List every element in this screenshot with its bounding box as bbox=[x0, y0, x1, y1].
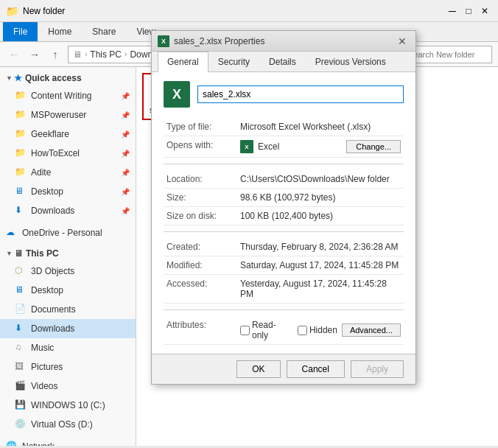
type-row: Type of file: Microsoft Excel Worksheet … bbox=[164, 118, 404, 136]
hidden-checkbox[interactable] bbox=[298, 326, 307, 335]
this-pc-label: This PC bbox=[26, 248, 59, 259]
hidden-label: Hidden bbox=[309, 325, 337, 335]
folder-icon: 📁 bbox=[15, 109, 27, 121]
sidebar-item-downloads-qa[interactable]: ⬇ Downloads 📌 bbox=[0, 201, 136, 220]
sidebar: ▼ ★ Quick access 📁 Content Writing 📌 📁 M… bbox=[0, 67, 136, 446]
sidebar-item-label: Music bbox=[31, 343, 54, 353]
accessed-row: Accessed: Yesterday, August 17, 2024, 11… bbox=[164, 275, 404, 304]
created-value: Thursday, February 8, 2024, 2:36:28 AM bbox=[237, 238, 404, 256]
onedrive-icon: ☁ bbox=[6, 227, 18, 239]
location-row: Location: C:\Users\CtOS\Downloads\New fo… bbox=[164, 170, 404, 189]
forward-button[interactable]: → bbox=[27, 46, 43, 63]
folder-icon: 📁 bbox=[6, 5, 18, 17]
opens-with-label: Opens with: bbox=[164, 136, 237, 158]
sidebar-item-label: OneDrive - Personal bbox=[22, 228, 102, 238]
desktop-icon: 🖥 bbox=[15, 186, 27, 197]
sidebar-item-desktop-qa[interactable]: 🖥 Desktop 📌 bbox=[0, 182, 136, 201]
apply-button[interactable]: Apply bbox=[351, 360, 404, 378]
documents-icon: 📄 bbox=[15, 304, 27, 315]
sidebar-item-network[interactable]: 🌐 Network bbox=[0, 437, 136, 446]
change-button[interactable]: Change... bbox=[346, 140, 401, 153]
attributes-controls: Read-only Hidden Advanced... bbox=[240, 320, 401, 340]
sidebar-item-label: HowToExcel bbox=[31, 148, 80, 158]
created-label: Created: bbox=[164, 238, 237, 256]
dates-table: Created: Thursday, February 8, 2024, 2:3… bbox=[164, 238, 404, 304]
dialog-title-text: sales_2.xlsx Properties bbox=[174, 36, 395, 46]
quick-access-section: ▼ ★ Quick access 📁 Content Writing 📌 📁 M… bbox=[0, 70, 136, 220]
quick-access-header[interactable]: ▼ ★ Quick access bbox=[0, 70, 136, 86]
tab-home[interactable]: Home bbox=[38, 22, 82, 41]
sidebar-item-label: Network bbox=[22, 441, 55, 446]
tab-share[interactable]: Share bbox=[82, 22, 126, 41]
sidebar-item-documents[interactable]: 📄 Documents bbox=[0, 300, 136, 319]
sidebar-item-virtual-os[interactable]: 💿 Virtual OSs (D:) bbox=[0, 415, 136, 434]
tab-details[interactable]: Details bbox=[259, 52, 306, 72]
network-section: 🌐 Network bbox=[0, 437, 136, 446]
downloads-icon: ⬇ bbox=[15, 323, 27, 335]
sidebar-item-pictures[interactable]: 🖼 Pictures bbox=[0, 357, 136, 377]
dialog-tabs: General Security Details Previous Versio… bbox=[152, 52, 415, 72]
file-name-input[interactable] bbox=[197, 85, 404, 103]
pin-icon: 📌 bbox=[121, 150, 130, 158]
videos-icon: 🎬 bbox=[15, 380, 27, 392]
opens-with-row: Opens with: X Excel Change... bbox=[164, 136, 404, 158]
sidebar-item-music[interactable]: ♫ Music bbox=[0, 338, 136, 357]
this-pc-header[interactable]: ▼ 🖥 This PC bbox=[0, 245, 136, 262]
sidebar-item-videos[interactable]: 🎬 Videos bbox=[0, 377, 136, 396]
tab-general[interactable]: General bbox=[158, 52, 208, 72]
sidebar-item-label: Virtual OSs (D:) bbox=[31, 419, 93, 430]
sidebar-item-label: Documents bbox=[31, 304, 76, 315]
sidebar-item-windows[interactable]: 💾 WINDOWS 10 (C:) bbox=[0, 396, 136, 415]
advanced-button[interactable]: Advanced... bbox=[342, 323, 401, 337]
sidebar-item-geekflare[interactable]: 📁 Geekflare 📌 bbox=[0, 125, 136, 144]
network-icon: 🌐 bbox=[6, 441, 18, 446]
hidden-checkbox-label[interactable]: Hidden bbox=[298, 325, 337, 335]
type-value: Microsoft Excel Worksheet (.xlsx) bbox=[237, 118, 404, 136]
sidebar-item-desktop[interactable]: 🖥 Desktop bbox=[0, 281, 136, 300]
this-pc-section: ▼ 🖥 This PC ⬡ 3D Objects 🖥 Desktop 📄 Doc… bbox=[0, 245, 136, 434]
modified-row: Modified: Saturday, August 17, 2024, 11:… bbox=[164, 256, 404, 275]
sidebar-item-mspoweruser[interactable]: 📁 MSPoweruser 📌 bbox=[0, 105, 136, 125]
sidebar-item-downloads[interactable]: ⬇ Downloads bbox=[0, 319, 136, 338]
sidebar-item-content-writing[interactable]: 📁 Content Writing 📌 bbox=[0, 86, 136, 105]
modified-label: Modified: bbox=[164, 256, 237, 275]
sidebar-item-onedrive[interactable]: ☁ OneDrive - Personal bbox=[0, 223, 136, 242]
dialog-file-icon: X bbox=[164, 81, 190, 108]
sidebar-item-label: Desktop bbox=[31, 186, 63, 197]
type-label: Type of file: bbox=[164, 118, 237, 136]
up-button[interactable]: ↑ bbox=[47, 46, 63, 63]
sidebar-item-3dobjects[interactable]: ⬡ 3D Objects bbox=[0, 262, 136, 281]
downloads-icon: ⬇ bbox=[15, 205, 27, 217]
tab-file[interactable]: File bbox=[3, 22, 38, 41]
pin-icon: 📌 bbox=[121, 169, 130, 177]
title-text: New folder bbox=[23, 6, 65, 16]
sidebar-item-adite[interactable]: 📁 Adite 📌 bbox=[0, 163, 136, 182]
close-button[interactable]: ✕ bbox=[477, 4, 492, 18]
readonly-checkbox-label[interactable]: Read-only bbox=[240, 320, 287, 340]
onedrive-section: ☁ OneDrive - Personal bbox=[0, 223, 136, 242]
properties-dialog: X sales_2.xlsx Properties ✕ General Secu… bbox=[151, 30, 416, 385]
ok-button[interactable]: OK bbox=[236, 360, 280, 378]
back-button[interactable]: ← bbox=[6, 46, 22, 63]
folder-icon: 📁 bbox=[15, 167, 27, 178]
location-label: Location: bbox=[164, 170, 237, 189]
minimize-button[interactable]: ─ bbox=[445, 4, 460, 18]
tab-previous-versions[interactable]: Previous Versions bbox=[306, 52, 396, 72]
path-thispc[interactable]: This PC bbox=[90, 49, 122, 60]
folder-icon: 📁 bbox=[15, 147, 27, 159]
readonly-checkbox[interactable] bbox=[240, 326, 250, 335]
drive-icon: 💾 bbox=[15, 399, 27, 411]
accessed-value: Yesterday, August 17, 2024, 11:45:28 PM bbox=[237, 275, 404, 304]
file-header-row: X bbox=[164, 81, 404, 108]
tab-security[interactable]: Security bbox=[208, 52, 259, 72]
maximize-button[interactable]: □ bbox=[461, 4, 476, 18]
dialog-content: X Type of file: Microsoft Excel Workshee… bbox=[152, 72, 415, 354]
sidebar-item-howtoexcel[interactable]: 📁 HowToExcel 📌 bbox=[0, 144, 136, 163]
sidebar-item-label: Adite bbox=[31, 167, 51, 178]
path-home-icon: 🖥 bbox=[73, 49, 82, 60]
search-input[interactable] bbox=[408, 50, 487, 59]
sidebar-item-label: Pictures bbox=[31, 362, 63, 372]
size-row: Size: 98.6 KB (100,972 bytes) bbox=[164, 189, 404, 207]
cancel-button[interactable]: Cancel bbox=[287, 360, 345, 378]
dialog-close-button[interactable]: ✕ bbox=[395, 34, 410, 49]
